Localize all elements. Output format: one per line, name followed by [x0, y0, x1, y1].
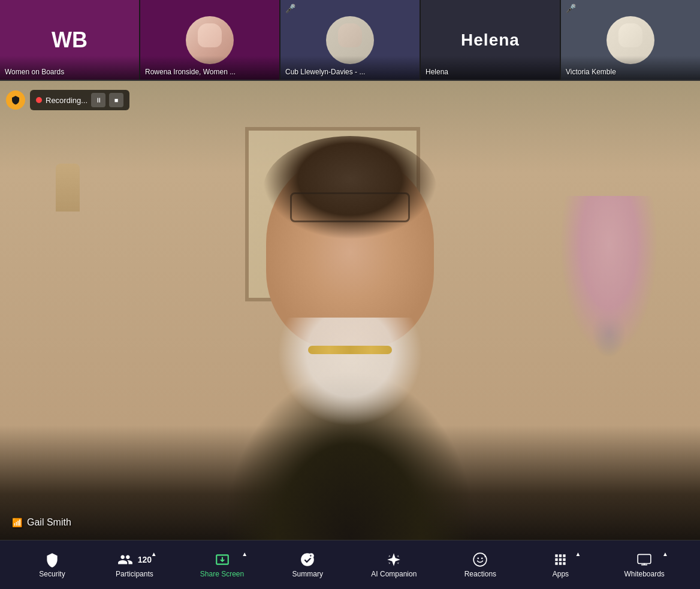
toolbar-apps[interactable]: ▲ Apps — [536, 547, 584, 583]
wb-logo-text: WB — [52, 29, 88, 51]
toolbar-whiteboards[interactable]: ▲ Whiteboards — [617, 547, 671, 583]
reactions-icon — [472, 552, 488, 567]
security-icon — [44, 552, 60, 567]
toolbar-summary[interactable]: Summary — [283, 547, 331, 583]
svg-point-2 — [478, 557, 479, 559]
participant-tile-helena[interactable]: Helena Helena — [421, 0, 561, 80]
speaker-name: Gail Smith — [27, 517, 71, 528]
recording-dot — [36, 97, 42, 103]
svg-rect-4 — [638, 554, 651, 563]
toolbar-share-screen[interactable]: ▲ Share Screen — [193, 547, 251, 583]
participants-label: Participants — [116, 570, 153, 578]
apps-label: Apps — [553, 570, 569, 578]
main-video: 📶 Gail Smith — [0, 81, 700, 540]
ai-companion-icon — [386, 552, 402, 567]
recording-pause-button[interactable]: ⏸ — [91, 93, 105, 107]
participant-name-helena: Helena — [426, 68, 448, 76]
toolbar: Security 120 ▲ Participants ▲ Share Scre… — [0, 540, 700, 589]
muted-icon-cub: 🎤 — [285, 4, 295, 13]
speaker-label: 📶 Gail Smith — [12, 517, 71, 528]
security-label: Security — [39, 570, 65, 578]
recording-indicator: Recording... ⏸ ■ — [30, 90, 129, 110]
participant-strip: WB Women on Boards Rowena Ironside, Wome… — [0, 0, 700, 81]
participants-icon — [117, 552, 133, 567]
toolbar-participants[interactable]: 120 ▲ Participants — [108, 547, 161, 583]
participant-name-wb: Women on Boards — [5, 68, 64, 76]
participant-tile-wb[interactable]: WB Women on Boards — [0, 0, 140, 80]
recording-bar: Recording... ⏸ ■ — [6, 90, 129, 110]
share-screen-icon — [215, 552, 230, 567]
whiteboards-chevron: ▲ — [662, 551, 668, 557]
participant-name-rowena: Rowena Ironside, Women ... — [145, 68, 236, 76]
recording-text: Recording... — [46, 96, 88, 105]
toolbar-ai-companion[interactable]: AI Companion — [364, 547, 424, 583]
participant-name-victoria: Victoria Kemble — [566, 68, 616, 76]
apps-icon — [553, 552, 568, 567]
participant-tile-rowena[interactable]: Rowena Ironside, Women ... — [140, 0, 280, 80]
apps-chevron: ▲ — [575, 551, 581, 557]
video-content: 📶 Gail Smith — [0, 81, 700, 540]
security-shield-indicator — [6, 90, 25, 110]
toolbar-security[interactable]: Security — [28, 547, 76, 583]
shield-indicator-icon — [11, 95, 20, 105]
participant-name-cub: Cub Llewelyn-Davies - ... — [285, 68, 365, 76]
share-screen-chevron: ▲ — [242, 551, 248, 557]
participants-chevron: ▲ — [151, 551, 157, 557]
muted-icon-victoria: 🎤 — [566, 4, 576, 13]
helena-label: Helena — [461, 31, 520, 50]
summary-icon — [300, 552, 315, 567]
signal-icon: 📶 — [12, 518, 22, 527]
participant-tile-victoria[interactable]: 🎤 Victoria Kemble — [561, 0, 700, 80]
reactions-label: Reactions — [464, 570, 496, 578]
toolbar-reactions[interactable]: Reactions — [456, 547, 504, 583]
whiteboards-icon — [636, 552, 652, 567]
whiteboards-label: Whiteboards — [624, 570, 664, 578]
participants-count: 120 — [138, 555, 152, 564]
svg-point-3 — [481, 557, 483, 559]
participant-tile-cub[interactable]: 🎤 Cub Llewelyn-Davies - ... — [280, 0, 421, 80]
share-screen-label: Share Screen — [200, 570, 244, 578]
ai-companion-label: AI Companion — [371, 570, 417, 578]
summary-label: Summary — [292, 570, 323, 578]
recording-stop-button[interactable]: ■ — [109, 93, 123, 107]
